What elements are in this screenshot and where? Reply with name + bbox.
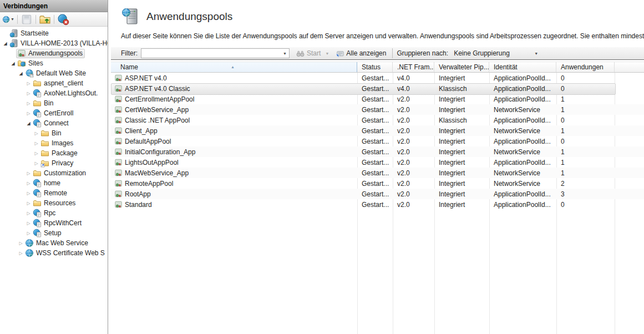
tree-item[interactable]: ◢ Connect	[0, 118, 108, 128]
cell-identity: NetworkService	[489, 106, 556, 114]
tree-item[interactable]: ▷ Bin	[0, 98, 108, 108]
tree-expander-icon[interactable]: ▷	[26, 101, 32, 106]
cell-status: Gestart...	[357, 106, 393, 114]
tree-expander-icon[interactable]: ▷	[26, 171, 32, 176]
tree-item-icon	[33, 219, 42, 227]
cell-net-framework: v4.0	[393, 74, 434, 82]
tree-item[interactable]: ▷ RpcWithCert	[0, 218, 108, 228]
column-header-pipeline[interactable]: Verwalteter Pip...	[434, 62, 489, 72]
tree-item[interactable]: ▷ CertEnroll	[0, 108, 108, 118]
show-all-button[interactable]: Alle anzeigen	[333, 48, 388, 59]
tree-item-icon	[9, 39, 18, 48]
tree-item[interactable]: ▷ aspnet_client	[0, 78, 108, 88]
tree-expander-icon[interactable]: ◢	[2, 41, 8, 46]
cell-status: Gestart...	[357, 138, 393, 145]
tree-expander-icon[interactable]: ▷	[18, 251, 24, 256]
app-pool-icon	[114, 148, 123, 156]
tree-item[interactable]: ▷ WSS Certificate Web S	[0, 248, 108, 258]
cell-pipeline: Integriert	[434, 74, 489, 82]
tree-item-label: AxoNet.LightsOut.	[43, 89, 98, 97]
cell-identity: ApplicationPoolId...	[489, 74, 556, 82]
tree-expander-icon[interactable]: ▷	[26, 191, 32, 196]
tree-item[interactable]: ▷ Rpc	[0, 208, 108, 218]
tree-item[interactable]: ▷ Remote	[0, 188, 108, 198]
tree-item[interactable]: ◢ VILLA-HOME-2013 (VILLA-HO	[0, 38, 108, 48]
column-header-name[interactable]: ▲ Name	[111, 62, 357, 72]
chevron-down-icon[interactable]: ▼	[281, 52, 289, 55]
tree-expander-icon[interactable]: ▷	[33, 151, 39, 156]
tree-item[interactable]: ▷ Package	[0, 148, 108, 158]
tree-item[interactable]: Anwendungspools	[0, 48, 108, 58]
cell-status: Gestart...	[357, 85, 393, 93]
table-row[interactable]: CertEnrollmentAppPool Gestart... v2.0 In…	[111, 94, 644, 104]
group-by-combobox[interactable]: Keine Gruppierung ▼	[452, 48, 540, 58]
tree-item[interactable]: ▷ AxoNet.LightsOut.	[0, 88, 108, 98]
table-row[interactable]: InitialConfiguration_App Gestart... v2.0…	[111, 146, 644, 157]
table-row[interactable]: Classic .NET AppPool Gestart... v2.0 Kla…	[111, 115, 644, 125]
tree-expander-icon[interactable]: ▷	[26, 91, 32, 96]
cell-net-framework: v2.0	[393, 169, 434, 177]
tree-item[interactable]: ▷ Resources	[0, 198, 108, 208]
table-row[interactable]: Client_App Gestart... v2.0 Integriert Ne…	[111, 125, 644, 136]
tree-item[interactable]: ▷ Mac Web Service	[0, 238, 108, 248]
table-row[interactable]: ASP.NET v4.0 Gestart... v4.0 Integriert …	[111, 73, 644, 83]
tree-expander-icon[interactable]: ▷	[26, 111, 32, 116]
tree-expander-icon[interactable]: ▷	[33, 161, 39, 166]
tree-item-label: Images	[51, 139, 73, 147]
table-row[interactable]: RemoteAppPool Gestart... v2.0 Integriert…	[111, 178, 644, 189]
tree-item[interactable]: ▷ home	[0, 178, 108, 188]
binoculars-icon	[296, 49, 305, 58]
table-row[interactable]: RootApp Gestart... v2.0 Integriert Appli…	[111, 189, 644, 199]
tree-expander-icon[interactable]: ▷	[26, 81, 32, 86]
tree-expander-icon[interactable]: ◢	[26, 121, 32, 126]
tree-expander-icon[interactable]: ▷	[33, 131, 39, 136]
cell-applications: 3	[556, 190, 615, 198]
cell-pipeline: Integriert	[434, 201, 489, 209]
tree-item-label: Remote	[43, 189, 67, 197]
cell-status: Gestart...	[357, 95, 393, 103]
tree-item[interactable]: ▷ Customization	[0, 168, 108, 178]
filter-combobox[interactable]: ▼	[141, 48, 290, 58]
cell-net-framework: v2.0	[393, 117, 434, 124]
column-header-status[interactable]: Status	[357, 62, 393, 72]
chevron-down-icon[interactable]: ▼	[532, 52, 540, 55]
up-level-button[interactable]	[39, 14, 51, 25]
tree-expander-icon[interactable]: ◢	[18, 71, 24, 76]
tree-item[interactable]: ▷ Images	[0, 138, 108, 148]
cell-name: CertEnrollmentAppPool	[125, 95, 194, 103]
tree-expander-icon[interactable]: ▷	[26, 221, 32, 226]
table-row[interactable]: ASP.NET v4.0 Classic Gestart... v4.0 Kla…	[111, 83, 644, 94]
column-header-identity[interactable]: Identität	[489, 62, 556, 72]
column-header-applications[interactable]: Anwendungen	[556, 62, 615, 72]
table-row[interactable]: CertWebService_App Gestart... v2.0 Integ…	[111, 104, 644, 115]
tree-expander-icon[interactable]: ▷	[26, 211, 32, 216]
table-row[interactable]: DefaultAppPool Gestart... v2.0 Integrier…	[111, 136, 644, 146]
tree-expander-icon[interactable]: ▷	[33, 141, 39, 146]
application-pools-list: ▲ Name Status .NET Fram... Verwalteter P…	[111, 62, 644, 334]
tree-item[interactable]: ◢ Sites	[0, 58, 108, 68]
column-header-net-framework[interactable]: .NET Fram...	[393, 62, 434, 72]
tree-expander-icon[interactable]: ▷	[26, 181, 32, 186]
tree-item[interactable]: ▷ Setup	[0, 228, 108, 238]
tree-item-icon	[33, 189, 42, 198]
table-row[interactable]: LightsOutAppPool Gestart... v2.0 Integri…	[111, 157, 644, 168]
tree-expander-icon[interactable]: ▷	[18, 241, 24, 246]
tree-item-icon	[33, 229, 42, 237]
table-row[interactable]: MacWebService_App Gestart... v2.0 Integr…	[111, 168, 644, 178]
tree-item[interactable]: ▷ Bin	[0, 128, 108, 138]
tree-item[interactable]: ▷ Privacy	[0, 158, 108, 168]
cell-applications: 1	[556, 159, 615, 166]
tree-expander-icon[interactable]: ▷	[26, 231, 32, 236]
tree-item[interactable]: Startseite	[0, 28, 108, 38]
save-connections-button[interactable]	[21, 14, 33, 25]
create-connection-button[interactable]: ▼	[2, 14, 14, 25]
page-description: Auf dieser Seite können Sie die Liste de…	[111, 27, 644, 41]
delete-connection-button[interactable]	[57, 14, 69, 25]
start-search-button[interactable]: Start ▼	[294, 48, 333, 59]
table-row[interactable]: Standard Gestart... v2.0 Integriert Appl…	[111, 199, 644, 210]
tree-item[interactable]: ◢ Default Web Site	[0, 68, 108, 78]
tree-expander-icon[interactable]: ◢	[10, 61, 16, 66]
tree-expander-icon[interactable]: ▷	[26, 201, 32, 206]
cell-pipeline: Integriert	[434, 190, 489, 198]
cell-name: Classic .NET AppPool	[125, 117, 190, 124]
